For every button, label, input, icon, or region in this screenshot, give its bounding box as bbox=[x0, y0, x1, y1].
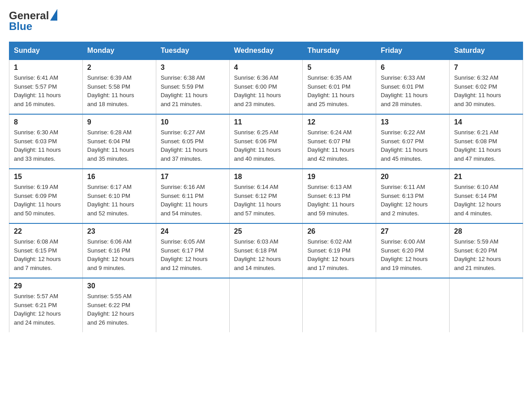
calendar-cell: 19 Sunrise: 6:13 AMSunset: 6:13 PMDaylig… bbox=[303, 169, 376, 223]
calendar-cell: 12 Sunrise: 6:24 AMSunset: 6:07 PMDaylig… bbox=[303, 114, 376, 169]
day-info: Sunrise: 6:11 AMSunset: 6:13 PMDaylight:… bbox=[381, 183, 445, 218]
calendar-table: SundayMondayTuesdayWednesdayThursdayFrid… bbox=[9, 42, 523, 332]
weekday-header-wednesday: Wednesday bbox=[229, 42, 303, 60]
calendar-cell bbox=[450, 278, 523, 332]
day-number: 28 bbox=[454, 227, 518, 235]
calendar-header-row: SundayMondayTuesdayWednesdayThursdayFrid… bbox=[9, 42, 523, 60]
day-number: 12 bbox=[307, 118, 371, 126]
day-info: Sunrise: 6:38 AMSunset: 5:59 PMDaylight:… bbox=[161, 73, 225, 108]
day-info: Sunrise: 6:02 AMSunset: 6:19 PMDaylight:… bbox=[307, 237, 371, 272]
calendar-cell: 4 Sunrise: 6:36 AMSunset: 6:00 PMDayligh… bbox=[229, 60, 303, 114]
day-info: Sunrise: 6:22 AMSunset: 6:07 PMDaylight:… bbox=[381, 128, 445, 163]
day-info: Sunrise: 6:25 AMSunset: 6:06 PMDaylight:… bbox=[234, 128, 298, 163]
calendar-cell: 23 Sunrise: 6:06 AMSunset: 6:16 PMDaylig… bbox=[82, 223, 156, 278]
day-info: Sunrise: 6:03 AMSunset: 6:18 PMDaylight:… bbox=[234, 237, 298, 272]
day-number: 27 bbox=[381, 227, 445, 235]
day-info: Sunrise: 6:05 AMSunset: 6:17 PMDaylight:… bbox=[161, 237, 225, 272]
day-info: Sunrise: 6:16 AMSunset: 6:11 PMDaylight:… bbox=[161, 183, 225, 218]
calendar-cell bbox=[229, 278, 303, 332]
calendar-week-row: 15 Sunrise: 6:19 AMSunset: 6:09 PMDaylig… bbox=[9, 169, 523, 223]
day-number: 3 bbox=[161, 64, 225, 72]
day-number: 14 bbox=[454, 118, 518, 126]
day-number: 17 bbox=[161, 173, 225, 181]
day-number: 26 bbox=[307, 227, 371, 235]
day-number: 2 bbox=[87, 64, 151, 72]
day-number: 23 bbox=[87, 227, 151, 235]
day-number: 15 bbox=[14, 173, 78, 181]
calendar-week-row: 22 Sunrise: 6:08 AMSunset: 6:15 PMDaylig… bbox=[9, 223, 523, 278]
day-number: 29 bbox=[14, 282, 78, 290]
day-info: Sunrise: 6:33 AMSunset: 6:01 PMDaylight:… bbox=[381, 73, 445, 108]
calendar-week-row: 1 Sunrise: 6:41 AMSunset: 5:57 PMDayligh… bbox=[9, 60, 523, 114]
day-info: Sunrise: 6:17 AMSunset: 6:10 PMDaylight:… bbox=[87, 183, 151, 218]
calendar-cell: 18 Sunrise: 6:14 AMSunset: 6:12 PMDaylig… bbox=[229, 169, 303, 223]
day-info: Sunrise: 6:39 AMSunset: 5:58 PMDaylight:… bbox=[87, 73, 151, 108]
day-number: 6 bbox=[381, 64, 445, 72]
calendar-cell: 30 Sunrise: 5:55 AMSunset: 6:22 PMDaylig… bbox=[82, 278, 156, 332]
calendar-cell: 25 Sunrise: 6:03 AMSunset: 6:18 PMDaylig… bbox=[229, 223, 303, 278]
day-info: Sunrise: 6:36 AMSunset: 6:00 PMDaylight:… bbox=[234, 73, 298, 108]
day-info: Sunrise: 6:08 AMSunset: 6:15 PMDaylight:… bbox=[14, 237, 78, 272]
calendar-cell: 29 Sunrise: 5:57 AMSunset: 6:21 PMDaylig… bbox=[9, 278, 83, 332]
calendar-cell: 13 Sunrise: 6:22 AMSunset: 6:07 PMDaylig… bbox=[376, 114, 450, 169]
day-info: Sunrise: 5:57 AMSunset: 6:21 PMDaylight:… bbox=[14, 292, 78, 327]
day-info: Sunrise: 6:32 AMSunset: 6:02 PMDaylight:… bbox=[454, 73, 518, 108]
logo-triangle-icon bbox=[50, 9, 57, 21]
day-info: Sunrise: 5:55 AMSunset: 6:22 PMDaylight:… bbox=[87, 292, 151, 327]
day-number: 4 bbox=[234, 64, 298, 72]
day-number: 1 bbox=[14, 64, 78, 72]
weekday-header-tuesday: Tuesday bbox=[156, 42, 229, 60]
calendar-cell: 24 Sunrise: 6:05 AMSunset: 6:17 PMDaylig… bbox=[156, 223, 229, 278]
calendar-cell: 14 Sunrise: 6:21 AMSunset: 6:08 PMDaylig… bbox=[450, 114, 523, 169]
logo: General Blue bbox=[9, 9, 57, 33]
page-header: General Blue bbox=[9, 9, 523, 33]
day-number: 18 bbox=[234, 173, 298, 181]
calendar-cell: 6 Sunrise: 6:33 AMSunset: 6:01 PMDayligh… bbox=[376, 60, 450, 114]
weekday-header-thursday: Thursday bbox=[303, 42, 376, 60]
calendar-cell: 2 Sunrise: 6:39 AMSunset: 5:58 PMDayligh… bbox=[82, 60, 156, 114]
calendar-cell: 28 Sunrise: 5:59 AMSunset: 6:20 PMDaylig… bbox=[450, 223, 523, 278]
calendar-cell: 16 Sunrise: 6:17 AMSunset: 6:10 PMDaylig… bbox=[82, 169, 156, 223]
calendar-cell: 21 Sunrise: 6:10 AMSunset: 6:14 PMDaylig… bbox=[450, 169, 523, 223]
calendar-cell: 26 Sunrise: 6:02 AMSunset: 6:19 PMDaylig… bbox=[303, 223, 376, 278]
calendar-cell: 20 Sunrise: 6:11 AMSunset: 6:13 PMDaylig… bbox=[376, 169, 450, 223]
calendar-cell: 10 Sunrise: 6:27 AMSunset: 6:05 PMDaylig… bbox=[156, 114, 229, 169]
day-info: Sunrise: 6:30 AMSunset: 6:03 PMDaylight:… bbox=[14, 128, 78, 163]
day-info: Sunrise: 5:59 AMSunset: 6:20 PMDaylight:… bbox=[454, 237, 518, 272]
day-info: Sunrise: 6:06 AMSunset: 6:16 PMDaylight:… bbox=[87, 237, 151, 272]
day-number: 8 bbox=[14, 118, 78, 126]
calendar-week-row: 8 Sunrise: 6:30 AMSunset: 6:03 PMDayligh… bbox=[9, 114, 523, 169]
logo-blue-text: Blue bbox=[9, 20, 32, 33]
day-info: Sunrise: 6:10 AMSunset: 6:14 PMDaylight:… bbox=[454, 183, 518, 218]
calendar-cell: 7 Sunrise: 6:32 AMSunset: 6:02 PMDayligh… bbox=[450, 60, 523, 114]
calendar-cell: 8 Sunrise: 6:30 AMSunset: 6:03 PMDayligh… bbox=[9, 114, 83, 169]
day-number: 9 bbox=[87, 118, 151, 126]
calendar-cell: 22 Sunrise: 6:08 AMSunset: 6:15 PMDaylig… bbox=[9, 223, 83, 278]
day-number: 5 bbox=[307, 64, 371, 72]
day-info: Sunrise: 6:28 AMSunset: 6:04 PMDaylight:… bbox=[87, 128, 151, 163]
day-number: 19 bbox=[307, 173, 371, 181]
calendar-cell: 17 Sunrise: 6:16 AMSunset: 6:11 PMDaylig… bbox=[156, 169, 229, 223]
calendar-cell: 11 Sunrise: 6:25 AMSunset: 6:06 PMDaylig… bbox=[229, 114, 303, 169]
weekday-header-friday: Friday bbox=[376, 42, 450, 60]
day-info: Sunrise: 6:35 AMSunset: 6:01 PMDaylight:… bbox=[307, 73, 371, 108]
calendar-cell: 1 Sunrise: 6:41 AMSunset: 5:57 PMDayligh… bbox=[9, 60, 83, 114]
calendar-week-row: 29 Sunrise: 5:57 AMSunset: 6:21 PMDaylig… bbox=[9, 278, 523, 332]
day-number: 16 bbox=[87, 173, 151, 181]
day-number: 7 bbox=[454, 64, 518, 72]
day-number: 22 bbox=[14, 227, 78, 235]
calendar-cell: 9 Sunrise: 6:28 AMSunset: 6:04 PMDayligh… bbox=[82, 114, 156, 169]
day-info: Sunrise: 6:19 AMSunset: 6:09 PMDaylight:… bbox=[14, 183, 78, 218]
calendar-cell bbox=[376, 278, 450, 332]
day-info: Sunrise: 6:41 AMSunset: 5:57 PMDaylight:… bbox=[14, 73, 78, 108]
calendar-cell: 27 Sunrise: 6:00 AMSunset: 6:20 PMDaylig… bbox=[376, 223, 450, 278]
day-info: Sunrise: 6:13 AMSunset: 6:13 PMDaylight:… bbox=[307, 183, 371, 218]
day-number: 25 bbox=[234, 227, 298, 235]
day-info: Sunrise: 6:14 AMSunset: 6:12 PMDaylight:… bbox=[234, 183, 298, 218]
day-number: 21 bbox=[454, 173, 518, 181]
day-info: Sunrise: 6:21 AMSunset: 6:08 PMDaylight:… bbox=[454, 128, 518, 163]
day-number: 20 bbox=[381, 173, 445, 181]
day-number: 30 bbox=[87, 282, 151, 290]
calendar-cell bbox=[156, 278, 229, 332]
day-info: Sunrise: 6:27 AMSunset: 6:05 PMDaylight:… bbox=[161, 128, 225, 163]
